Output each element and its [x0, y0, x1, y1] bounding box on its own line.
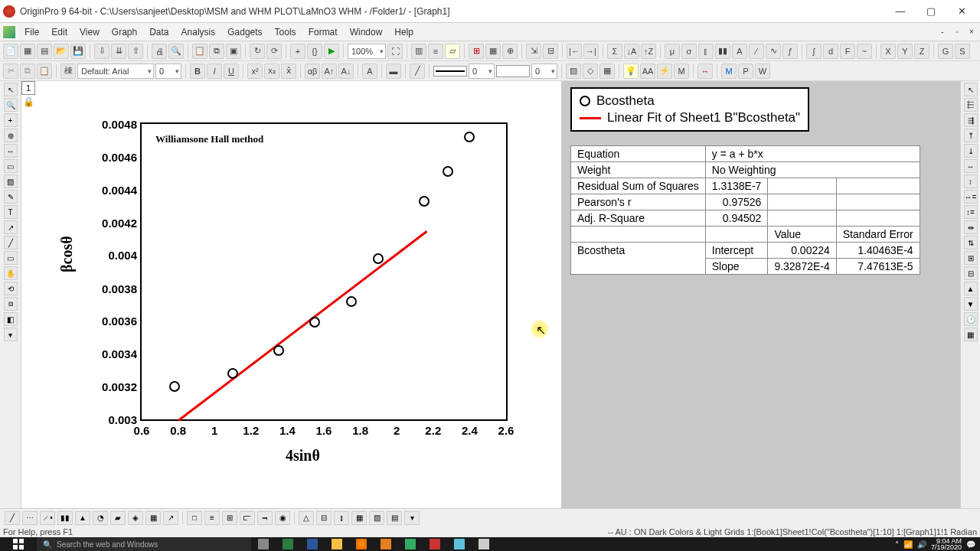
- mdi-minimize[interactable]: -: [936, 26, 949, 38]
- grid-tool-icon[interactable]: ▦: [964, 328, 978, 341]
- pie-plot-icon[interactable]: ◔: [93, 511, 108, 525]
- polar-icon[interactable]: ◉: [275, 511, 290, 525]
- save-icon[interactable]: 💾: [70, 44, 86, 59]
- col-stats-icon[interactable]: μ: [665, 44, 680, 59]
- send-to-ppt-icon[interactable]: P: [738, 64, 753, 79]
- more-plots-icon[interactable]: ▾: [404, 511, 420, 525]
- new-graph-icon[interactable]: ▤: [37, 44, 52, 59]
- app-word-icon[interactable]: [300, 537, 325, 551]
- light-bulb-icon[interactable]: 💡: [623, 64, 639, 79]
- subscript-icon[interactable]: x₂: [264, 64, 279, 79]
- menu-edit[interactable]: Edit: [45, 24, 74, 40]
- copy-page-icon[interactable]: 📋: [192, 44, 207, 59]
- sety-icon[interactable]: Y: [897, 44, 913, 59]
- menu-gadgets[interactable]: Gadgets: [221, 24, 268, 40]
- clock-icon[interactable]: 🕐: [964, 312, 978, 326]
- lock-icon[interactable]: 🔒: [23, 96, 34, 107]
- linear-fit-icon[interactable]: ∕: [749, 44, 764, 59]
- fit-results-table[interactable]: Equationy = a + b*x WeightNo Weighting R…: [570, 145, 920, 275]
- reader-tool-icon[interactable]: +: [4, 113, 18, 127]
- decrease-font-icon[interactable]: A↓: [338, 64, 354, 79]
- hist-icon[interactable]: ⫿: [334, 511, 349, 525]
- data-point[interactable]: [373, 253, 384, 264]
- heatmap-icon[interactable]: ▤: [387, 511, 402, 525]
- freq-count-icon[interactable]: ⫿: [698, 44, 714, 59]
- copy-icon[interactable]: ⧉: [20, 64, 35, 79]
- menu-analysis[interactable]: Analysis: [175, 24, 222, 40]
- tray-volume-icon[interactable]: 🔊: [917, 540, 926, 549]
- font-combo[interactable]: Default: Arial: [77, 64, 154, 79]
- stack-plot-icon[interactable]: ≡: [204, 511, 220, 525]
- zoom-tool-icon[interactable]: 🔍: [4, 98, 18, 112]
- tray-notifications-icon[interactable]: 💬: [966, 540, 975, 549]
- symbol-interior-icon[interactable]: ▦: [599, 64, 615, 79]
- superscript-icon[interactable]: x²: [247, 64, 263, 79]
- duplicate-icon[interactable]: ⧉: [209, 44, 224, 59]
- merge-graph-icon[interactable]: ⊟: [543, 44, 558, 59]
- area-plot-icon[interactable]: ▲: [75, 511, 90, 525]
- app-orange-icon[interactable]: [374, 537, 398, 551]
- app-excel-icon[interactable]: [276, 537, 300, 551]
- hand-tool-icon[interactable]: ✋: [4, 266, 18, 280]
- import-multi-icon[interactable]: ⇊: [111, 44, 126, 59]
- plot-area[interactable]: 0.003 0.0032 0.0034 0.0036 0.0038 0.004 …: [140, 122, 508, 421]
- menu-file[interactable]: File: [18, 24, 45, 40]
- set-end-icon[interactable]: →|: [583, 44, 599, 59]
- new-workbook-icon[interactable]: ▦: [20, 44, 35, 59]
- histogram-icon[interactable]: ▮▮: [715, 44, 730, 59]
- supersubscript-icon[interactable]: x̂: [281, 64, 296, 79]
- setx-icon[interactable]: X: [880, 44, 896, 59]
- pattern-icon[interactable]: ▨: [566, 64, 581, 79]
- mask-icon[interactable]: M: [674, 64, 689, 79]
- setz-icon[interactable]: Z: [914, 44, 929, 59]
- new-project-icon[interactable]: 📄: [3, 44, 18, 59]
- menu-graph[interactable]: Graph: [106, 24, 143, 40]
- distribute-v-icon[interactable]: ⇅: [964, 236, 978, 249]
- column-plot-icon[interactable]: ▮▮: [57, 511, 73, 525]
- fontsize-combo[interactable]: 0: [155, 64, 181, 79]
- bold-icon[interactable]: B: [190, 64, 205, 79]
- app-explorer-icon[interactable]: [325, 537, 349, 551]
- legend-box[interactable]: Bcostheta Linear Fit of Sheet1 B"Bcosthe…: [570, 87, 809, 132]
- same-height-icon[interactable]: ↕=: [964, 205, 978, 219]
- draw-data-icon[interactable]: ✎: [4, 190, 18, 204]
- app-firefox-icon[interactable]: [349, 537, 374, 551]
- tray-up-icon[interactable]: ˄: [895, 540, 899, 549]
- scatter-plot-icon[interactable]: ⋯: [22, 511, 38, 525]
- layer-icon-1[interactable]: 1: [21, 81, 35, 95]
- print-preview-icon[interactable]: 🔍: [168, 44, 184, 59]
- vector-plot-icon[interactable]: ↗: [163, 511, 178, 525]
- import-icon[interactable]: ⇩: [94, 44, 109, 59]
- anova-icon[interactable]: A: [732, 44, 747, 59]
- set-begin-icon[interactable]: |←: [567, 44, 582, 59]
- anti-alias-icon[interactable]: AA: [640, 64, 655, 79]
- text-tool-icon[interactable]: T: [4, 205, 18, 219]
- font-color-icon[interactable]: A: [362, 64, 377, 79]
- fft-icon[interactable]: F: [840, 44, 855, 59]
- data-selector-icon[interactable]: ↔: [4, 144, 18, 158]
- maximize-button[interactable]: ▢: [916, 1, 946, 22]
- ungroup-icon[interactable]: ⊟: [964, 266, 978, 280]
- line-plot-icon[interactable]: ╱: [5, 511, 20, 525]
- smooth-icon[interactable]: ~: [857, 44, 872, 59]
- print-icon[interactable]: 🖨: [152, 44, 167, 59]
- export-icon[interactable]: ⇧: [128, 44, 143, 59]
- data-point[interactable]: [419, 196, 430, 207]
- theme-s-icon[interactable]: S: [955, 44, 970, 59]
- nlfit-icon[interactable]: ƒ: [782, 44, 798, 59]
- contour-plot-icon[interactable]: ▰: [110, 511, 126, 525]
- data-point[interactable]: [273, 345, 284, 356]
- mdi-close[interactable]: ×: [965, 26, 978, 38]
- line-style-combo[interactable]: [433, 66, 467, 77]
- multiy-icon[interactable]: ⫍: [240, 511, 255, 525]
- symbol-shape-icon[interactable]: ◇: [583, 64, 598, 79]
- results-log-icon[interactable]: ≡: [428, 44, 443, 59]
- ternary-icon[interactable]: △: [299, 511, 314, 525]
- y-axis-label[interactable]: βcosθ: [58, 236, 76, 272]
- add-layer-icon[interactable]: ⊕: [502, 44, 518, 59]
- layer-mgmt-icon[interactable]: ▦: [485, 44, 501, 59]
- line-symbol-icon[interactable]: ⟋•: [40, 511, 55, 525]
- send-to-word-icon[interactable]: W: [755, 64, 770, 79]
- distribute-h-icon[interactable]: ⇹: [964, 220, 978, 234]
- align-left-icon[interactable]: ⬱: [964, 98, 978, 112]
